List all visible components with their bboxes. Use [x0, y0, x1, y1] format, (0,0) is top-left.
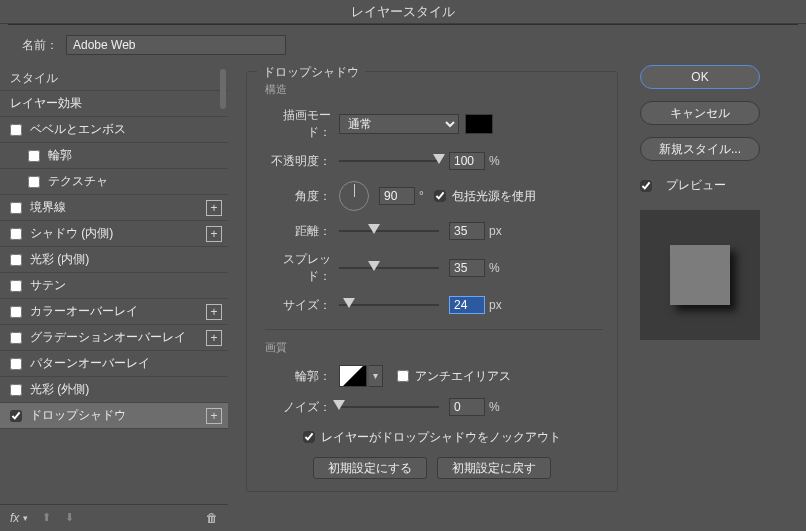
inner-glow-checkbox[interactable] [10, 254, 22, 266]
angle-dial[interactable] [339, 181, 369, 211]
cancel-button[interactable]: キャンセル [640, 101, 760, 125]
outer-glow-checkbox[interactable] [10, 384, 22, 396]
noise-unit: % [489, 400, 500, 414]
make-default-button[interactable]: 初期設定にする [313, 457, 427, 479]
opacity-input[interactable] [449, 152, 485, 170]
styles-sidebar: スタイル レイヤー効果 ベベルとエンボス 輪郭 テクスチャ 境界線 + [0, 65, 228, 530]
pattern-overlay-label: パターンオーバーレイ [30, 355, 150, 372]
styles-header[interactable]: スタイル [0, 65, 228, 91]
bevel-checkbox[interactable] [10, 124, 22, 136]
contour-row-label: 輪郭： [261, 368, 331, 385]
gradient-overlay-checkbox[interactable] [10, 332, 22, 344]
preview-checkbox[interactable] [640, 180, 652, 192]
row-drop-shadow[interactable]: ドロップシャドウ + [0, 403, 228, 429]
blend-mode-select[interactable]: 通常 [339, 114, 459, 134]
row-stroke[interactable]: 境界線 + [0, 195, 228, 221]
add-gradient-overlay-icon[interactable]: + [206, 330, 222, 346]
contour-dropdown-icon[interactable]: ▾ [369, 365, 383, 387]
row-gradient-overlay[interactable]: グラデーションオーバーレイ + [0, 325, 228, 351]
move-up-icon[interactable]: ⬆ [42, 511, 51, 524]
row-texture[interactable]: テクスチャ [0, 169, 228, 195]
angle-input[interactable] [379, 187, 415, 205]
fx-icon[interactable]: fx [10, 511, 19, 525]
drop-shadow-checkbox[interactable] [10, 410, 22, 422]
contour-label: 輪郭 [48, 147, 72, 164]
stroke-checkbox[interactable] [10, 202, 22, 214]
noise-label: ノイズ： [261, 399, 331, 416]
effects-header[interactable]: レイヤー効果 [0, 91, 228, 117]
trash-icon[interactable]: 🗑 [206, 511, 218, 525]
antialias-label: アンチエイリアス [415, 368, 511, 385]
spread-unit: % [489, 261, 500, 275]
row-contour[interactable]: 輪郭 [0, 143, 228, 169]
preview-box [640, 210, 760, 340]
preview-label: プレビュー [666, 177, 726, 194]
row-bevel-emboss[interactable]: ベベルとエンボス [0, 117, 228, 143]
add-inner-shadow-icon[interactable]: + [206, 226, 222, 242]
reset-default-button[interactable]: 初期設定に戻す [437, 457, 551, 479]
color-overlay-checkbox[interactable] [10, 306, 22, 318]
row-pattern-overlay[interactable]: パターンオーバーレイ [0, 351, 228, 377]
opacity-slider[interactable] [339, 154, 439, 168]
inner-glow-label: 光彩 (内側) [30, 251, 89, 268]
distance-unit: px [489, 224, 502, 238]
name-input[interactable] [66, 35, 286, 55]
size-unit: px [489, 298, 502, 312]
size-input[interactable] [449, 296, 485, 314]
knockout-row: レイヤーがドロップシャドウをノックアウト [261, 427, 603, 447]
size-slider[interactable] [339, 298, 439, 312]
ok-button[interactable]: OK [640, 65, 760, 89]
pattern-overlay-checkbox[interactable] [10, 358, 22, 370]
global-light-checkbox[interactable] [434, 190, 446, 202]
noise-input[interactable] [449, 398, 485, 416]
row-inner-glow[interactable]: 光彩 (内側) [0, 247, 228, 273]
shadow-color-swatch[interactable] [465, 114, 493, 134]
outer-glow-label: 光彩 (外側) [30, 381, 89, 398]
spread-input[interactable] [449, 259, 485, 277]
move-down-icon[interactable]: ⬇ [65, 511, 74, 524]
row-outer-glow[interactable]: 光彩 (外側) [0, 377, 228, 403]
row-inner-shadow[interactable]: シャドウ (内側) + [0, 221, 228, 247]
drop-shadow-label: ドロップシャドウ [30, 407, 126, 424]
inner-shadow-label: シャドウ (内側) [30, 225, 113, 242]
settings-panel: ドロップシャドウ 構造 描画モード： 通常 不透明度： % 角度： [228, 65, 636, 530]
bevel-label: ベベルとエンボス [30, 121, 126, 138]
distance-input[interactable] [449, 222, 485, 240]
styles-header-label: スタイル [10, 71, 58, 85]
satin-checkbox[interactable] [10, 280, 22, 292]
spread-label: スプレッド： [261, 251, 331, 285]
texture-checkbox[interactable] [28, 176, 40, 188]
noise-row: ノイズ： % [261, 397, 603, 417]
inner-shadow-checkbox[interactable] [10, 228, 22, 240]
add-color-overlay-icon[interactable]: + [206, 304, 222, 320]
row-color-overlay[interactable]: カラーオーバーレイ + [0, 299, 228, 325]
add-drop-shadow-icon[interactable]: + [206, 408, 222, 424]
preview-swatch [670, 245, 730, 305]
distance-row: 距離： px [261, 221, 603, 241]
knockout-checkbox[interactable] [303, 431, 315, 443]
size-label: サイズ： [261, 297, 331, 314]
distance-slider[interactable] [339, 224, 439, 238]
angle-unit: ° [419, 189, 424, 203]
fx-chevron-icon[interactable]: ▾ [23, 513, 28, 523]
gradient-overlay-label: グラデーションオーバーレイ [30, 329, 186, 346]
effects-header-label: レイヤー効果 [10, 95, 82, 112]
dialog-title: レイヤースタイル [0, 0, 806, 24]
noise-slider[interactable] [339, 400, 439, 414]
antialias-checkbox[interactable] [397, 370, 409, 382]
satin-label: サテン [30, 277, 66, 294]
opacity-label: 不透明度： [261, 153, 331, 170]
name-label: 名前： [22, 37, 58, 54]
right-column: OK キャンセル 新規スタイル... プレビュー [636, 65, 806, 530]
contour-swatch[interactable] [339, 365, 367, 387]
spread-slider[interactable] [339, 261, 439, 275]
new-style-button[interactable]: 新規スタイル... [640, 137, 760, 161]
opacity-unit: % [489, 154, 500, 168]
structure-legend: 構造 [265, 82, 603, 97]
distance-label: 距離： [261, 223, 331, 240]
add-stroke-icon[interactable]: + [206, 200, 222, 216]
row-satin[interactable]: サテン [0, 273, 228, 299]
global-light-label: 包括光源を使用 [452, 188, 536, 205]
contour-checkbox[interactable] [28, 150, 40, 162]
drop-shadow-fieldset: ドロップシャドウ 構造 描画モード： 通常 不透明度： % 角度： [246, 71, 618, 492]
